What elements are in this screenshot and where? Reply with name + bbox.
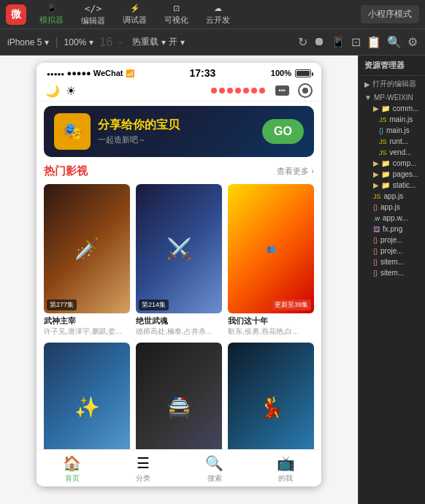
- home-icon: 🏠: [63, 454, 81, 472]
- folder-icon: ▶ 📁: [373, 104, 390, 112]
- search-icon[interactable]: 🔍: [387, 35, 402, 49]
- nav-me[interactable]: 📺 的我: [250, 454, 322, 484]
- panel-title: 资源管理器: [359, 56, 425, 76]
- movie-cast-3: 靳东,侯勇,燕花艳,白...: [228, 327, 314, 337]
- simulator-icon: 📱: [47, 4, 57, 13]
- main-area: ●●●●● ●●●●● WeChat 📶 17:33 100% 🌙 ☀: [0, 56, 425, 504]
- folder-comm[interactable]: ▶ 📁 comm...: [359, 103, 425, 114]
- file-app-json[interactable]: {} app.js: [359, 202, 425, 213]
- wechat-navbar: 🌙 ☀ •••: [37, 80, 321, 102]
- json-icon-proj1: {}: [373, 237, 378, 244]
- json-icon-site1: {}: [373, 259, 378, 266]
- dots-icon: •••: [279, 87, 286, 94]
- file-fx-png[interactable]: 🖼 fx.png: [359, 224, 425, 234]
- episode-badge-2: 第214集: [139, 299, 169, 310]
- movie-card-5[interactable]: 🚔 CBS 更新至4集 反恐特警组第... 谢榛,摩尔,亚历克斯,罗...: [136, 343, 222, 449]
- nav-home[interactable]: 🏠 首页: [37, 454, 108, 484]
- js-icon-app: JS: [373, 193, 381, 200]
- file-sitemap-1[interactable]: {} sitem...: [359, 256, 425, 267]
- hotreload-btn[interactable]: 热重载 ▾ 开 ▾: [128, 34, 189, 50]
- visualize-btn[interactable]: ⊡ 可视化: [157, 2, 196, 27]
- movie-thumb-1: 🗡️ 第277集: [44, 184, 130, 313]
- sun-icon: ☀: [66, 84, 76, 98]
- phone-frame: ●●●●● ●●●●● WeChat 📶 17:33 100% 🌙 ☀: [37, 63, 321, 486]
- wxml-icon: {}: [379, 127, 383, 134]
- banner-title: 分享给你的宝贝: [98, 118, 255, 133]
- zoom-selector[interactable]: 100% ▾: [64, 37, 94, 47]
- movie-card-3[interactable]: 👥 更新至39集 我们这十年 靳东,侯勇,燕花艳,白...: [228, 184, 314, 337]
- movie-cast-2: 德师高处,楠奉,占井杀...: [136, 327, 222, 337]
- wifi-icon: 📶: [126, 69, 134, 77]
- movie-card-6[interactable]: 💃 更新至第12期 这！就是街舞 ... 王一博,韩庚,刘彦麟,罗...: [228, 343, 314, 449]
- movie-card-1[interactable]: 🗡️ 第277集 武神主宰 许子见,唐泽宇,鹏凱,娄...: [44, 184, 130, 337]
- record-icon[interactable]: ⏺: [313, 35, 325, 49]
- moon-icon: 🌙: [45, 84, 60, 98]
- folder-pages[interactable]: ▶ 📁 pages...: [359, 169, 425, 180]
- file-runtime[interactable]: JS runt...: [359, 136, 425, 147]
- app-logo: 微: [6, 4, 26, 25]
- editor-btn[interactable]: </> 编辑器: [74, 1, 112, 28]
- json-icon-proj2: {}: [373, 248, 378, 255]
- file-main-js[interactable]: JS main.js: [359, 114, 425, 125]
- second-toolbar: iPhone 5 ▾ | 100% ▾ 16 - 热重载 ▾ 开 ▾ ↻ ⏺ 📱…: [0, 29, 425, 56]
- banner-subtitle: 一起造新吧～: [98, 134, 255, 145]
- png-icon: 🖼: [373, 226, 380, 233]
- top-toolbar: 微 📱 模拟器 </> 编辑器 ⚡ 调试器 ⊡ 可视化 ☁ 云开发 小程序模式: [0, 0, 425, 29]
- nav-search[interactable]: 🔍 搜索: [179, 454, 250, 484]
- wxss-icon: .w: [373, 215, 380, 222]
- file-vendor[interactable]: JS vend...: [359, 147, 425, 158]
- banner-go-btn[interactable]: GO: [262, 119, 304, 144]
- search-nav-icon: 🔍: [205, 454, 223, 472]
- movie-card-2[interactable]: ⚔️ 第214集 绝世武魂 德师高处,楠奉,占井杀...: [136, 184, 222, 337]
- phone-simulator: ●●●●● ●●●●● WeChat 📶 17:33 100% 🌙 ☀: [0, 56, 358, 504]
- simulator-btn[interactable]: 📱 模拟器: [32, 2, 71, 27]
- folder-static[interactable]: ▶ 📁 static...: [359, 180, 425, 191]
- file-app-js[interactable]: JS app.js: [359, 191, 425, 202]
- debugger-btn[interactable]: ⚡ 调试器: [115, 2, 154, 27]
- phone-icon[interactable]: 📱: [331, 35, 345, 49]
- movie-cast-1: 许子见,唐泽宇,鹏凱,娄...: [44, 327, 130, 337]
- battery-icon: [295, 69, 311, 77]
- device-selector[interactable]: iPhone 5 ▾: [7, 37, 49, 47]
- cloud-btn[interactable]: ☁ 云开发: [199, 2, 237, 27]
- signal-status: ●●●●● ●●●●● WeChat 📶: [47, 68, 134, 78]
- cloud-icon: ☁: [214, 4, 222, 13]
- movie-thumb-2: ⚔️ 第214集: [136, 184, 222, 313]
- open-editors-section[interactable]: ▶ 打开的编辑器: [359, 76, 425, 91]
- editor-icon: </>: [85, 3, 102, 14]
- file-app-wxss[interactable]: .w app.w...: [359, 213, 425, 224]
- movie-card-4[interactable]: ✨ 更新至集 追光者 罗云熙,吴磊,李明恒,乙...: [44, 343, 130, 449]
- file-project-1[interactable]: {} proje...: [359, 234, 425, 245]
- folder-comp[interactable]: ▶ 📁 comp...: [359, 158, 425, 169]
- mini-prog-btn[interactable]: 小程序模式: [361, 5, 419, 23]
- movie-thumb-6: 💃 更新至第12期: [228, 343, 314, 449]
- promo-banner[interactable]: 🎭 分享给你的宝贝 一起造新吧～ GO: [44, 106, 314, 157]
- mp-weixin-section[interactable]: ▼ MP-WEIXIN: [359, 91, 425, 103]
- see-more-btn[interactable]: 查看更多 ›: [277, 166, 314, 177]
- refresh-icon[interactable]: ↻: [298, 35, 307, 49]
- settings-icon[interactable]: ⚙: [407, 35, 418, 49]
- update-badge-3: 更新至39集: [272, 299, 311, 310]
- status-bar: ●●●●● ●●●●● WeChat 📶 17:33 100%: [37, 63, 321, 80]
- movie-thumb-3: 👥 更新至39集: [228, 184, 314, 313]
- movie-name-2: 绝世武魂: [136, 316, 222, 327]
- movie-thumb-4: ✨ 更新至集: [44, 343, 130, 449]
- folder-icon-2: ▶ 📁: [373, 159, 390, 167]
- movie-thumb-5: 🚔 CBS 更新至4集: [136, 343, 222, 449]
- json-icon-app: {}: [373, 204, 378, 211]
- files-icon[interactable]: 📋: [367, 35, 381, 49]
- file-main-wxml[interactable]: {} main.js: [359, 125, 425, 136]
- expand-icon[interactable]: ⊡: [351, 35, 361, 49]
- movie-name-3: 我们这十年: [228, 316, 314, 327]
- battery-status: 100%: [271, 69, 311, 77]
- toolbar-icons: ↻ ⏺ 📱 ⊡ 📋 🔍 ⚙: [298, 35, 418, 49]
- hot-title: 热门影视: [44, 164, 88, 178]
- tv-icon: 📺: [277, 454, 295, 472]
- file-project-2[interactable]: {} proje...: [359, 245, 425, 256]
- nav-category[interactable]: ☰ 分类: [108, 454, 180, 484]
- hot-header: 热门影视 查看更多 ›: [44, 161, 314, 178]
- js-icon: JS: [379, 116, 387, 123]
- js-icon-3: JS: [379, 149, 387, 156]
- movie-grid: 🗡️ 第277集 武神主宰 许子见,唐泽宇,鹏凱,娄... ⚔️ 第214集 绝…: [44, 184, 314, 449]
- file-sitemap-2[interactable]: {} sitem...: [359, 267, 425, 278]
